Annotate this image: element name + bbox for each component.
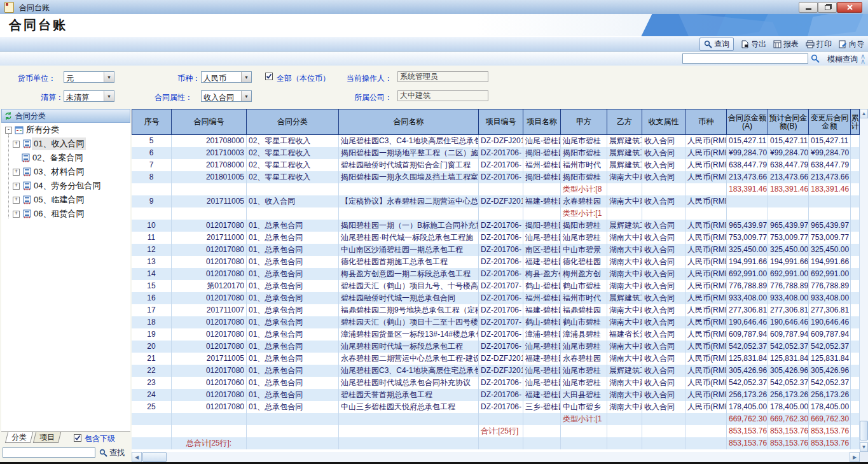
table-row[interactable]: 1401201708001、总承包合同梅县盈方创意园一期二标段总承包工程DZ-2…: [132, 268, 860, 280]
dropdown-arrow-icon[interactable]: ▼: [241, 72, 251, 82]
expand-box-icon[interactable]: +: [13, 169, 20, 176]
table-row[interactable]: 1801201708001、总承包合同碧桂园天汇（鹤山）项目十二至十四号楼DZ-…: [132, 316, 860, 328]
contract-attr-select[interactable]: 收入合同 ▼: [201, 90, 252, 102]
cell-b: ¥99,284.70: [768, 147, 809, 159]
table-row[interactable]: 1720171100701、总承包合同福鼎碧桂园二期9号地块总承包工程（定稿DZ…: [132, 304, 860, 316]
column-header[interactable]: 收支属性: [642, 109, 685, 134]
cell-c: 125,831.84: [809, 353, 851, 365]
tree-find-input[interactable]: [3, 447, 95, 458]
table-subtotal-row[interactable]: 类型小计:[8183,391.46183,391.46183,391.46: [132, 183, 860, 195]
tree-item[interactable]: +05、临建合同: [1, 193, 130, 207]
scroll-left-arrow[interactable]: ◀: [132, 452, 142, 462]
column-header[interactable]: 合同编号: [172, 109, 247, 134]
fuzzy-search-button[interactable]: 模糊查询: [827, 54, 858, 65]
column-header[interactable]: 预计合同金额(B): [768, 109, 809, 134]
cell-pa: 福鼎碧桂园: [561, 304, 607, 316]
dropdown-arrow-icon[interactable]: ▼: [104, 91, 114, 101]
column-header[interactable]: 累计: [851, 109, 860, 134]
column-header[interactable]: 项目编号: [479, 109, 523, 134]
table-row[interactable]: 1301201708001、总承包合同德化碧桂园首期施工总承包工程DZ-2017…: [132, 256, 860, 268]
settle-select[interactable]: 未清算 ▼: [64, 90, 114, 102]
column-header[interactable]: 币种: [685, 109, 727, 134]
column-header[interactable]: 甲方: [561, 109, 607, 134]
cell-pname: 三乡-碧桂园: [523, 401, 561, 413]
table-grandtotal-row[interactable]: 总合计[25行]:853,153.76853,153.76853,153.76: [132, 437, 860, 449]
restore-button[interactable]: [818, 2, 837, 13]
cell-cur: 人民币(RMB): [685, 341, 727, 353]
search-input[interactable]: [682, 53, 808, 64]
table-row[interactable]: 2301201706001、总承包合同汕尾碧桂园时代城总承包合同补充协议DZ-2…: [132, 377, 860, 389]
wizard-button[interactable]: 向导: [839, 39, 864, 50]
expand-box-icon[interactable]: +: [13, 141, 20, 148]
tree-item[interactable]: +03、材料合同: [1, 165, 130, 179]
refresh-icon[interactable]: [4, 112, 12, 120]
tree-root[interactable]: -所有分类: [1, 123, 130, 137]
all-base-currency-checkbox[interactable]: [265, 73, 273, 80]
tab-project[interactable]: 项目: [33, 432, 61, 443]
close-button[interactable]: [837, 2, 862, 13]
table-row[interactable]: 620171000302、零星工程收入揭阳碧桂园一期场地平整工程（二区）施DZ-…: [132, 147, 860, 159]
column-header[interactable]: 项目名称: [523, 109, 561, 134]
report-button[interactable]: 报表: [773, 39, 799, 50]
table-row[interactable]: 920171100501、收入合同【定稿协议】永春碧桂园二期营运中心总DZ-DZ…: [132, 195, 860, 207]
include-sublevel-checkbox[interactable]: [74, 434, 81, 442]
fuzzy-search-icon[interactable]: [811, 54, 820, 63]
print-button[interactable]: 打印: [806, 39, 832, 50]
dropdown-arrow-icon[interactable]: ▼: [241, 91, 251, 101]
query-button[interactable]: 查询: [699, 38, 734, 51]
table-row[interactable]: 2201201708001、总承包合同汕尾碧桂园C3、C4-1地块高层住宅总承包…: [132, 365, 860, 377]
table-row[interactable]: 1120171100001、总承包合同汕尾碧桂园·时代城一标段总承包工程施DZ-…: [132, 232, 860, 244]
column-header[interactable]: 合同原金额(A): [727, 109, 768, 134]
table-row[interactable]: 2001201708001、总承包合同汕尾碧桂园时代城一标段总承包工程DZ-20…: [132, 341, 860, 353]
column-header[interactable]: 序号: [132, 109, 172, 134]
table-total-row[interactable]: 合计:[25行]853,153.76853,153.76853,153.76: [132, 425, 860, 437]
scroll-right-arrow[interactable]: ▶: [850, 452, 860, 462]
table-subtotal-row[interactable]: 类型小计:[1: [132, 207, 860, 220]
scroll-up-arrow[interactable]: ▲: [860, 109, 868, 118]
table-row[interactable]: 720170800002、零星工程收入碧桂园融侨时代城首期铝合金门窗工程DZ-2…: [132, 159, 860, 171]
export-button[interactable]: 导出: [741, 39, 766, 50]
cell-pb: [607, 413, 642, 425]
table-row[interactable]: 15第012017001、总承包合同碧桂园天汇（鹤山）项目九号、十号楼高DZ-2…: [132, 280, 860, 292]
currency-unit-select[interactable]: 元 ▼: [64, 71, 114, 83]
column-header[interactable]: 合同分类: [247, 109, 339, 134]
vertical-scroll-thumb[interactable]: [860, 421, 868, 440]
cell-cum: [851, 413, 860, 425]
collapse-panel-icon[interactable]: ∧∧: [859, 53, 867, 64]
table-row[interactable]: 1001201708001、总承包合同揭阳碧桂园一期（一）B标施工合同补充协DZ…: [132, 220, 860, 232]
expand-box-icon[interactable]: +: [13, 183, 20, 190]
horizontal-scroll-thumb[interactable]: [142, 452, 167, 462]
table-row[interactable]: 520170800002、零星工程收入汕尾碧桂园C3、C4-1地块高层住宅总承包…: [132, 135, 860, 147]
table-row[interactable]: 820180100502、零星工程收入揭阳碧桂园一期永久围墙及挡土墙工程室DZ-…: [132, 171, 860, 183]
table-subtotal-row[interactable]: 类型小计:[1669,762.30669,762.30669,762.30: [132, 413, 860, 425]
column-header[interactable]: 乙方: [607, 109, 642, 134]
dropdown-arrow-icon[interactable]: ▼: [104, 72, 114, 82]
tree-item-label: 03、材料合同: [32, 165, 86, 178]
tree-item[interactable]: +04、劳务分包合同: [1, 179, 130, 193]
expand-box-icon[interactable]: +: [13, 197, 20, 204]
tree-item[interactable]: 02、备案合同: [1, 151, 130, 165]
tree-item[interactable]: +01、收入合同: [1, 137, 130, 151]
cell-io: 收入合同: [642, 353, 685, 365]
tree-item[interactable]: +06、租赁合同: [1, 207, 130, 221]
minimize-button[interactable]: [799, 2, 818, 13]
table-row[interactable]: 1201201708001、总承包合同中山南区沙涌碧桂园一期总承包工程DZ-20…: [132, 244, 860, 256]
cell-sn: 22: [132, 365, 172, 377]
find-button[interactable]: 查找: [99, 447, 125, 458]
cell-no: [172, 413, 247, 425]
collapse-box-icon[interactable]: -: [5, 127, 12, 134]
table-row[interactable]: 2401201708001、总承包合同碧桂园天誉首期总承包工程DZ-201706…: [132, 389, 860, 401]
expand-box-icon[interactable]: +: [13, 211, 20, 218]
company-field[interactable]: [397, 90, 488, 101]
column-header[interactable]: 合同名称: [339, 109, 479, 134]
filter-panel: 货币单位： 元 ▼ 清算： 未清算 ▼ 币种： 人民币 ▼ 全部（本位币） 合同…: [0, 66, 868, 109]
table-row[interactable]: 1601201708001、总承包合同碧桂园融侨时代城一期总承包合同DZ-201…: [132, 292, 860, 304]
column-header[interactable]: 变更后合同金额: [809, 109, 851, 134]
scroll-down-arrow[interactable]: ▼: [860, 442, 868, 452]
table-row[interactable]: 2501201708001、总承包合同中山三乡碧桂园天悦府总承包工程DZ-201…: [132, 401, 860, 413]
table-row[interactable]: 1901201708001、总承包合同漳浦碧桂园货量区一标段13#-14#楼总承…: [132, 328, 860, 341]
tab-category[interactable]: 分类: [5, 432, 33, 443]
operator-field[interactable]: [397, 71, 488, 82]
currency-select[interactable]: 人民币 ▼: [201, 71, 252, 83]
table-row[interactable]: 2120171100501、总承包合同永春碧桂园二期营运中心总承包工程-建设DZ…: [132, 353, 860, 365]
